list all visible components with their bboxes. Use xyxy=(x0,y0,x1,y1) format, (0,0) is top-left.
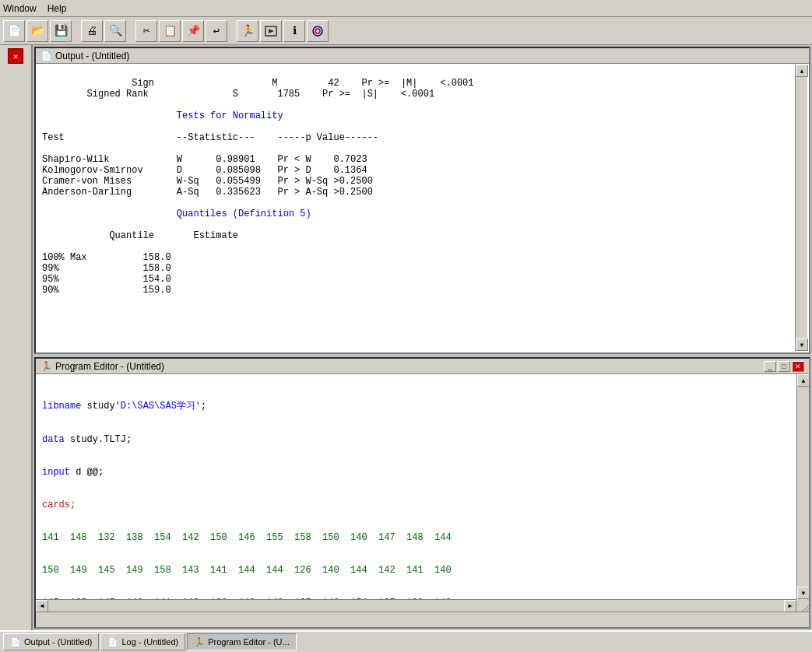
main-area: ✕ 📄 Output - (Untitled) Sign M 42 Pr >= … xyxy=(0,45,812,630)
svg-line-4 xyxy=(803,605,809,612)
svg-marker-1 xyxy=(269,29,274,33)
output-scrollbar-v[interactable]: ▲ ▼ xyxy=(795,65,807,351)
code-line-1: libname study'D:\SAS\SAS学习'; xyxy=(42,399,793,412)
editor-scroll-left[interactable]: ◀ xyxy=(36,600,48,612)
print-button[interactable]: 🖨 xyxy=(81,20,103,42)
editor-minimize-button[interactable]: _ xyxy=(764,361,776,372)
save-button[interactable]: 💾 xyxy=(50,20,72,42)
step-button[interactable] xyxy=(260,20,282,42)
undo-button[interactable]: ↩ xyxy=(206,20,227,42)
output-window: 📄 Output - (Untitled) Sign M 42 Pr >= |M… xyxy=(34,47,810,354)
new-button[interactable]: 📄 xyxy=(3,20,25,42)
taskbar-editor-icon: 🏃 xyxy=(194,637,205,647)
open-button[interactable]: 📂 xyxy=(26,20,48,42)
editor-close-button[interactable]: ✕ xyxy=(792,361,804,372)
editor-restore-button[interactable]: □ xyxy=(778,361,790,372)
svg-point-3 xyxy=(313,26,322,36)
taskbar-output[interactable]: 📄 Output - (Untitled) xyxy=(3,633,99,650)
svg-point-2 xyxy=(315,29,320,33)
content-area: 📄 Output - (Untitled) Sign M 42 Pr >= |M… xyxy=(33,45,812,630)
taskbar-log-label: Log - (Untitled) xyxy=(121,637,178,647)
code-line-4: cards; xyxy=(42,500,793,510)
left-panel: ✕ xyxy=(0,45,33,630)
tools-button[interactable] xyxy=(307,20,329,42)
code-line-6: 150 149 145 149 158 143 141 144 144 126 … xyxy=(42,565,793,576)
size-grip xyxy=(796,599,809,612)
taskbar-editor-label: Program Editor - (U... xyxy=(208,637,290,647)
close-button[interactable]: ✕ xyxy=(8,48,23,64)
cut-button[interactable]: ✂ xyxy=(135,20,157,42)
editor-content[interactable]: libname study'D:\SAS\SAS学习'; data study.… xyxy=(36,374,809,627)
editor-window-controls: _ □ ✕ xyxy=(764,361,804,372)
taskbar-output-label: Output - (Untitled) xyxy=(24,637,92,647)
info-button[interactable]: ℹ xyxy=(283,20,305,42)
editor-statusbar xyxy=(36,612,809,627)
editor-title-icon: 🏃 xyxy=(40,361,52,372)
editor-scrollbar-v[interactable]: ▲ ▼ xyxy=(796,374,809,599)
output-title-text: Output - (Untitled) xyxy=(55,51,129,61)
editor-scroll-up[interactable]: ▲ xyxy=(797,374,810,387)
editor-scroll-right[interactable]: ▶ xyxy=(784,600,796,612)
editor-scroll-down[interactable]: ▼ xyxy=(797,587,810,599)
menubar: Window Help xyxy=(0,0,812,17)
taskbar-output-icon: 📄 xyxy=(10,637,21,647)
code-line-3: input d @@; xyxy=(42,467,793,478)
output-titlebar: 📄 Output - (Untitled) xyxy=(36,48,809,64)
output-content[interactable]: Sign M 42 Pr >= |M| <.0001 Signed Rank S… xyxy=(36,64,809,352)
code-line-2: data study.TLTJ; xyxy=(42,434,793,445)
menu-window[interactable]: Window xyxy=(3,3,37,14)
run-button[interactable]: 🏃 xyxy=(237,20,258,42)
taskbar-editor[interactable]: 🏃 Program Editor - (U... xyxy=(187,633,297,650)
taskbar-log-icon: 📄 xyxy=(107,637,118,647)
menu-help[interactable]: Help xyxy=(47,3,67,14)
scroll-down-arrow[interactable]: ▼ xyxy=(796,338,808,351)
paste-button[interactable]: 📌 xyxy=(182,20,204,42)
taskbar-log[interactable]: 📄 Log - (Untitled) xyxy=(100,633,185,650)
preview-button[interactable]: 🔍 xyxy=(104,20,126,42)
editor-title-text: Program Editor - (Untitled) xyxy=(55,361,164,372)
copy-button[interactable]: 📋 xyxy=(159,20,181,42)
editor-titlebar: 🏃 Program Editor - (Untitled) _ □ ✕ xyxy=(36,359,809,374)
program-editor-window: 🏃 Program Editor - (Untitled) _ □ ✕ libn… xyxy=(34,357,810,629)
toolbar: 📄 📂 💾 🖨 🔍 ✂ 📋 📌 ↩ 🏃 ℹ xyxy=(0,17,812,45)
taskbar: 📄 Output - (Untitled) 📄 Log - (Untitled)… xyxy=(0,630,812,652)
output-text: Sign M 42 Pr >= |M| <.0001 Signed Rank S… xyxy=(42,78,474,307)
scroll-up-arrow[interactable]: ▲ xyxy=(796,65,808,77)
code-line-5: 141 148 132 138 154 142 150 146 155 158 … xyxy=(42,532,793,543)
output-title-icon: 📄 xyxy=(40,51,52,61)
editor-scrollbar-h[interactable]: ◀ ▶ xyxy=(36,599,796,612)
